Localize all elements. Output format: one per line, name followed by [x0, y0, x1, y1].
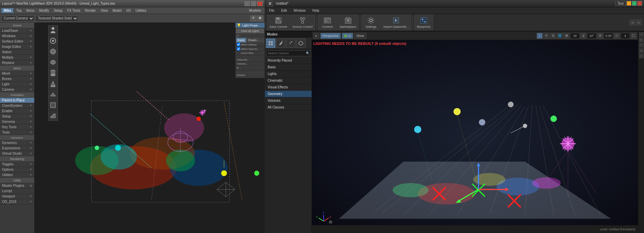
modes-lights[interactable]: Lights [265, 71, 312, 77]
vp-lit-button[interactable]: Lit [342, 33, 353, 39]
vp-scale-button[interactable]: ⊡ [550, 33, 556, 39]
lw-sidebar-select[interactable]: Select [0, 50, 34, 55]
vp-rotate-button[interactable]: ↻ [543, 33, 549, 39]
lw-sidebar-genoma[interactable]: Genoma ▼ [0, 119, 34, 125]
lw-sidebar-coordsystem[interactable]: CoordSystem ▼ [0, 103, 34, 108]
lw-sidebar-replace[interactable]: Replace ▼ [0, 60, 34, 66]
vp-scale-value[interactable]: 0.25 [604, 33, 613, 39]
lw-sidebar-virtualstudio[interactable]: Virtual Studio ▼ [0, 151, 34, 156]
lw-settings-button[interactable]: ⚙ [250, 15, 256, 21]
ue-test-button[interactable]: Test [615, 1, 626, 6]
vp-rotate-snap-button[interactable]: ∠ [580, 33, 586, 39]
vp-arrow-button[interactable]: ▸ [313, 33, 319, 39]
rp-btn-2[interactable]: ▷ [639, 37, 644, 42]
lw-menu-items[interactable]: Items [24, 8, 36, 13]
lw-tab-mike[interactable]: Mike [1, 8, 13, 13]
rp-btn-4[interactable]: ≡ [639, 48, 644, 53]
rp-btn-1[interactable]: ◁ [639, 32, 644, 37]
rp-btn-3[interactable]: ∷ [639, 43, 644, 48]
modes-volumes[interactable]: Volumes [265, 97, 312, 104]
lw-sidebar-enable[interactable]: Enable ▼ [0, 108, 34, 114]
lw-menu-setup[interactable]: Setup [52, 8, 64, 13]
ue-close-button[interactable]: × [637, 1, 642, 6]
lw-sidebar-od2018[interactable]: OD_2018 ▼ [0, 199, 34, 205]
lw-menu-render[interactable]: Render [83, 8, 98, 13]
vp-snap-button[interactable]: ⊞ [564, 33, 570, 39]
lw-menu-model[interactable]: Model [110, 8, 123, 13]
lw-render-mode-select[interactable]: Textured Shaded Solid [36, 15, 78, 21]
ue-save-current-button[interactable]: Save Current [267, 15, 289, 30]
vp-world-button[interactable]: 🌐 [557, 33, 563, 39]
lw-sidebar-multiply[interactable]: Multiply ▼ [0, 55, 34, 60]
mode-geometry-button[interactable] [296, 38, 306, 48]
lw-sidebar-utilities[interactable]: Utilities ▼ [0, 172, 34, 178]
ue-minimize-button[interactable]: − [627, 1, 631, 6]
lw-sidebar-mesh[interactable]: Mesh ▼ [0, 71, 34, 76]
ue-tb-right-2[interactable]: ▷ [636, 19, 642, 25]
clear-all-lights-button[interactable]: Clear All Lights [236, 29, 264, 33]
vp-angle-value[interactable]: 10° [587, 33, 596, 39]
lw-viewport-button[interactable]: ▣ [257, 15, 263, 21]
lw-minimize-button[interactable]: − [245, 1, 250, 6]
lw-sidebar-setup[interactable]: Setup ▼ [0, 114, 34, 119]
modes-all-classes[interactable]: All Classes [265, 104, 312, 111]
lw-sidebar-loadsave[interactable]: Load/Save ▼ [0, 28, 34, 33]
lw-sidebar-keytools[interactable]: Key Tools ▼ [0, 125, 34, 130]
vp-translate-button[interactable]: ↕ [537, 33, 543, 39]
vp-scale-snap-button[interactable]: ⊡ [597, 33, 603, 39]
ue-menu-edit[interactable]: Edit [278, 8, 289, 13]
lw-sidebar-windows[interactable]: Windows ▼ [0, 33, 34, 39]
mode-paint-button[interactable] [276, 38, 285, 48]
lw-sidebar-light[interactable]: Light ▼ [0, 82, 34, 87]
vp-camera-speed-button[interactable]: 🎥 [614, 33, 620, 39]
lp-tab-basic[interactable]: Basic [236, 38, 247, 43]
lw-sidebar-toggles[interactable]: Toggles ▼ [0, 162, 34, 167]
lp-tab-shadow[interactable]: Shado... [247, 38, 261, 43]
lw-sidebar-parent-in-place[interactable]: Parent in Place [0, 98, 34, 103]
ue-import-datasmith-button[interactable]: Import Datasmith... [381, 15, 411, 30]
lw-sidebar-expressions[interactable]: Expressions ▼ [0, 146, 34, 151]
lw-menu-io[interactable]: I/O [124, 8, 133, 13]
ue-content-button[interactable]: Content [318, 15, 337, 30]
ue-menu-file[interactable]: File [266, 8, 277, 13]
modes-cinematic[interactable]: Cinematic [265, 77, 312, 84]
lw-close-button[interactable]: × [257, 1, 263, 6]
lw-sidebar-viewport[interactable]: Viewport ▼ [0, 194, 34, 199]
lw-camera-select[interactable]: Current Camera [1, 15, 34, 21]
ue-settings-button[interactable]: Settings [362, 15, 380, 30]
ue-marketplace-button[interactable]: Marketplace [337, 15, 359, 30]
modes-geometry[interactable]: Geometry [265, 91, 312, 97]
modes-basic[interactable]: Basic [265, 64, 312, 71]
vp-show-button[interactable]: Show [354, 33, 367, 39]
ue-menu-help[interactable]: Help [310, 8, 322, 13]
ue-blueprints-button[interactable]: Blueprints [414, 15, 433, 30]
mode-placement-button[interactable] [266, 38, 275, 48]
mode-foliage-button[interactable] [286, 38, 296, 48]
lw-sidebar-dynamics[interactable]: Dynamics ▼ [0, 140, 34, 146]
lw-menu-fxtools[interactable]: FX Tools [65, 8, 82, 13]
vp-perspective-button[interactable]: Perspective [320, 33, 341, 39]
ue-menu-window[interactable]: Window [291, 8, 308, 13]
vp-snap-value[interactable]: 19 [570, 33, 580, 39]
lw-sidebar-tools[interactable]: Tools ▼ [0, 130, 34, 135]
ue-tb-right-1[interactable]: ◁ [629, 19, 635, 25]
ue-source-control-button[interactable]: Source Control [290, 15, 315, 30]
modes-search-input[interactable] [266, 50, 311, 56]
rp-btn-5[interactable]: □ [639, 54, 644, 58]
modes-recently-placed[interactable]: Recently Placed [265, 57, 312, 64]
lp-affect-opengl-checkbox[interactable] [237, 47, 240, 51]
lw-menu-top[interactable]: Top [14, 8, 23, 13]
lw-sidebar-camera[interactable]: Camera ▼ [0, 87, 34, 92]
lw-sidebar-masterplugins[interactable]: Master Plugins ◎ [0, 183, 34, 188]
modes-visual-effects[interactable]: Visual Effects [265, 84, 312, 91]
vp-maximize-button[interactable]: ⛶ [631, 33, 637, 39]
lw-sidebar-lscript[interactable]: Lscript [0, 188, 34, 194]
lw-sidebar-surface-editor[interactable]: Surface Editor ▼ [0, 39, 34, 44]
vp-camera-value[interactable]: 4 [621, 33, 630, 39]
lw-menu-utilities[interactable]: Utilities [133, 8, 148, 13]
lw-menu-view[interactable]: View [99, 8, 110, 13]
lw-sidebar-bones[interactable]: Bones ▼ [0, 76, 34, 82]
lp-affect-diffuse-checkbox[interactable] [237, 43, 240, 46]
lw-sidebar-image-editor[interactable]: Image Editor ▼ [0, 44, 34, 50]
lw-menu-modify[interactable]: Modify [37, 8, 51, 13]
